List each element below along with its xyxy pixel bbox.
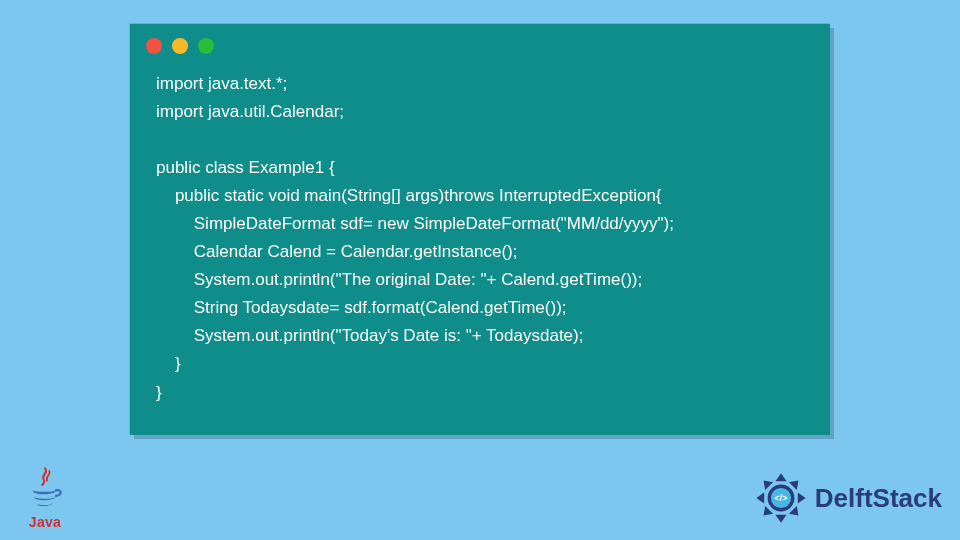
svg-marker-3	[798, 492, 806, 503]
java-logo-label: Java	[29, 514, 61, 530]
svg-marker-1	[775, 515, 786, 523]
svg-marker-7	[789, 506, 802, 519]
code-content: import java.text.*; import java.util.Cal…	[130, 62, 830, 415]
svg-marker-4	[789, 477, 802, 490]
svg-marker-6	[759, 477, 772, 490]
svg-text:</>: </>	[774, 493, 787, 503]
svg-marker-2	[756, 492, 764, 503]
delftstack-mark-icon: </>	[753, 470, 809, 526]
svg-marker-0	[775, 473, 786, 481]
maximize-icon[interactable]	[198, 38, 214, 54]
window-titlebar	[130, 24, 830, 62]
svg-marker-5	[759, 506, 772, 519]
java-cup-icon	[23, 464, 67, 518]
delftstack-logo-label: DelftStack	[815, 483, 942, 514]
delftstack-logo: </> DelftStack	[753, 470, 942, 526]
java-logo: Java	[18, 464, 72, 530]
close-icon[interactable]	[146, 38, 162, 54]
code-window: import java.text.*; import java.util.Cal…	[130, 24, 830, 435]
minimize-icon[interactable]	[172, 38, 188, 54]
